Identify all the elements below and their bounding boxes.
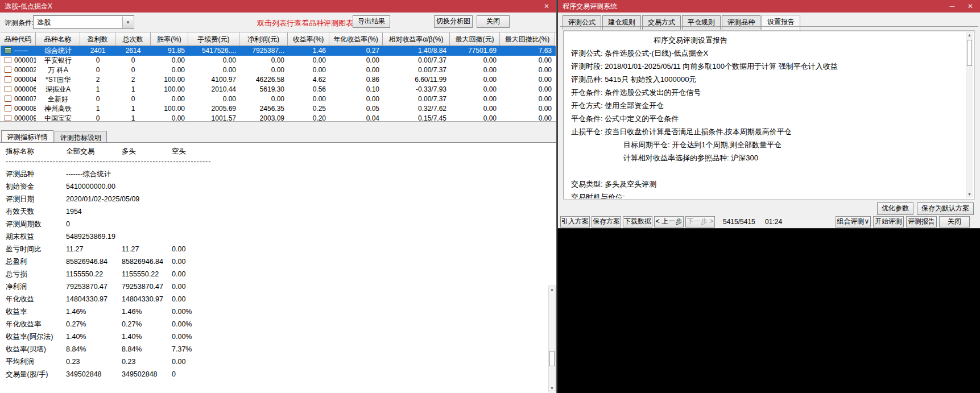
action-button[interactable]: 评测报告 [906,216,937,227]
elapsed-time: 01:24 [765,218,782,226]
row-checkbox-icon[interactable] [5,76,11,82]
report-line: 评测时段: 2018/01/01-2025/05/11 向前多取100个数据用于… [571,60,961,73]
table-row[interactable]: 000007 全新好 0 0 0.00 0.00 0.00 0.00 0.00 … [1,94,556,104]
column-header[interactable]: 相对收益率α/β(%) [383,32,450,46]
indicator-row: 评测周期数 0 [0,218,556,230]
report-line: 开仓方式: 使用全部资金开仓 [571,99,961,112]
indicator-row: 评测品种 -------综合统计 [0,168,556,180]
indicator-row: 收益率(贝塔) 8.84% 8.84% 7.37% [0,343,556,355]
progress-indicator: 5415/5415 01:24 [723,218,782,226]
bottom-button-row: 引入方案保存方案下载数据< 上一步下一步 > 5415/5415 01:24 组… [558,216,980,229]
report-line: 交易时机与价位: [571,191,961,199]
table-row[interactable]: 000008 神州高铁 1 1 100.00 2005.69 2456.35 0… [1,104,556,114]
scrollbar-thumb[interactable] [549,351,555,366]
table-row[interactable]: 000002 万 科A 0 0 0.00 0.00 0.00 0.00 0.00… [1,65,556,75]
option-buttons: 优化参数保存为默认方案 [877,202,974,215]
option-button[interactable]: 保存为默认方案 [917,202,974,215]
scheme-button[interactable]: < 上一步 [654,216,684,227]
action-button[interactable]: 开始评测 [873,216,904,227]
report-line [571,164,961,177]
report-title: 程序交易评测设置报告 [654,34,961,47]
condition-label: 评测条件: [5,18,34,28]
indicator-row: 有效天数 1954 [0,205,556,218]
progress-count: 5415/5415 [723,218,755,226]
column-header[interactable]: 手续费(元) [188,32,239,46]
column-header[interactable]: 胜率(%) [151,32,188,46]
settings-tab[interactable]: 评测品种 [722,15,760,30]
table-row[interactable]: 000006 深振业A 1 1 100.00 2010.44 5619.30 0… [1,85,556,94]
scroll-up-icon[interactable]: ▲ [966,32,973,39]
row-checkbox-icon[interactable] [5,105,11,111]
row-checkbox-icon[interactable] [5,57,11,63]
row-checkbox-icon[interactable] [5,86,11,92]
indicator-row: 评测日期 2020/01/02-2025/05/09 [0,193,556,205]
settings-report-box: 程序交易评测设置报告 评测公式: 条件选股公式-(日线)-低点掘金X评测时段: … [564,31,974,199]
scheme-button[interactable]: 保存方案 [592,216,621,227]
scheme-button[interactable]: 下一步 > [685,216,715,227]
indicator-row: 收益率(阿尔法) 1.40% 1.40% 0.00% [0,330,556,343]
table-row[interactable]: 000004 *ST国华 2 2 100.00 4100.97 46226.58… [1,75,556,85]
report-line: 开仓条件: 条件选股公式发出的开仓信号 [571,86,961,99]
report-lines: 评测公式: 条件选股公式-(日线)-低点掘金X评测时段: 2018/01/01-… [571,47,961,199]
indicator-row: 盈亏时间比 11.27 11.27 0.00 [0,243,556,255]
indicator-row: 年化收益率 0.27% 0.27% 0.00% [0,318,556,330]
stock-selection-window: 选股-低点掘金X ✕ 评测条件: 选股 ▼ 双击列表行查看品种评测图表 导出结果… [0,0,557,393]
settings-tab[interactable]: 交易方式 [642,15,681,30]
row-checkbox-icon[interactable] [5,47,11,53]
settings-tab[interactable]: 建仓规则 [602,15,641,30]
action-button[interactable]: 组合评测∨ [836,216,871,227]
condition-value: 选股 [37,18,51,27]
table-row[interactable]: 000001 平安银行 0 0 0.00 0.00 0.00 0.00 0.00… [1,56,556,65]
report-line: 评测品种: 5415只 初始投入1000000元 [571,73,961,86]
condition-combobox[interactable]: 选股 ▼ [33,15,134,29]
column-header[interactable]: 收益率(%) [288,32,329,46]
indicator-row: 总亏损 1155550.22 1155550.22 0.00 [0,268,556,280]
column-header[interactable]: 最大回撤比(%) [500,32,555,46]
row-checkbox-icon[interactable] [5,67,11,73]
scheme-button[interactable]: 引入方案 [560,216,590,227]
scroll-down-icon[interactable]: ▼ [549,385,555,392]
column-header[interactable]: 总次数 [115,32,151,46]
indicator-row: 交易量(股/手) 349502848 349502848 0 [0,368,556,380]
row-checkbox-icon[interactable] [5,96,11,102]
switch-analysis-chart-button[interactable]: 切换分析图 [434,15,473,28]
panel-scrollbar[interactable]: ▲ ▼ [548,286,556,392]
minimize-icon[interactable]: ─ [947,2,957,10]
column-header[interactable]: 年化收益率(%) [329,32,383,46]
combo-dropdown-button[interactable]: ▼ [122,16,133,28]
settings-tab[interactable]: 设置报告 [762,15,800,30]
chevron-down-icon: ▼ [126,20,130,25]
scroll-down-icon[interactable]: ▼ [966,191,973,198]
splitter[interactable] [0,121,556,130]
close-icon[interactable]: ✕ [965,2,975,10]
table-row[interactable]: ------ 综合统计 2401 2614 91.85 5417526.... … [1,46,556,56]
scrollbar-thumb[interactable] [967,40,972,66]
close-button[interactable]: 关闭 [477,15,510,28]
close-icon[interactable]: ✕ [541,2,552,10]
report-line: 评测公式: 条件选股公式-(日线)-低点掘金X [571,47,961,60]
column-header[interactable]: 盈利数 [80,32,115,46]
column-header[interactable]: 最大回撤(元) [450,32,500,46]
panel-header-row: 指标名称 全部交易 多头 空头 [0,143,556,155]
settings-tab[interactable]: 平仓规则 [682,15,721,30]
panel-rows: 评测品种 -------综合统计 初始资金 5410000000.00 评测日期… [0,168,556,380]
separator-dashes: ----------------------------------------… [6,155,211,168]
settings-tab[interactable]: 评测公式 [563,15,601,30]
report-scrollbar[interactable]: ▲ ▼ [966,32,973,198]
indicator-row: 期末权益 5489253869.19 [0,230,556,243]
option-button[interactable]: 优化参数 [877,202,913,215]
table-body: ------ 综合统计 2401 2614 91.85 5417526.... … [1,46,556,121]
scheme-button[interactable]: 下载数据 [623,216,652,227]
panel-separator-row: ----------------------------------------… [0,155,556,168]
export-results-button[interactable]: 导出结果 [353,15,390,28]
row-checkbox-icon[interactable] [5,115,11,121]
results-table: 品种代码品种名称盈利数总次数胜率(%)手续费(元)净利润(元)收益率(%)年化收… [1,32,556,121]
table-row[interactable]: 000009 中国宝安 0 1 0.00 1001.57 2003.09 0.2… [1,114,556,121]
action-button[interactable]: 关闭 [939,216,970,227]
column-header[interactable]: 净利润(元) [239,32,288,46]
indicator-row: 年化收益 14804330.97 14804330.97 0.00 [0,293,556,305]
indicator-panel: 指标名称 全部交易 多头 空头 ------------------------… [0,142,556,393]
column-header[interactable]: 品种名称 [36,32,80,46]
scroll-up-icon[interactable]: ▲ [549,286,555,293]
column-header[interactable]: 品种代码 [1,32,36,46]
